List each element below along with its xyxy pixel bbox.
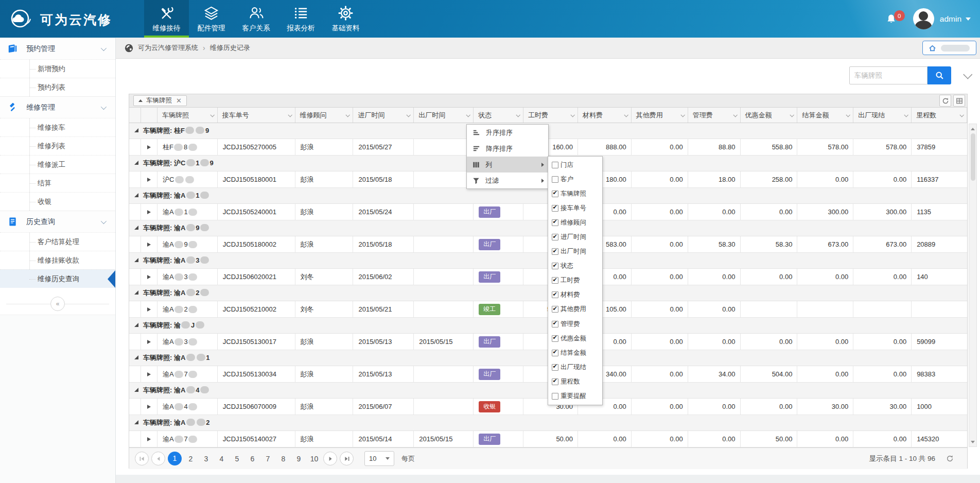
- topnav-item-repair-reception[interactable]: 维修接待: [144, 0, 189, 38]
- avatar[interactable]: [913, 8, 934, 29]
- scrollbar-thumb[interactable]: [971, 133, 975, 181]
- column-toggle-advisor[interactable]: 维修顾问: [548, 215, 602, 230]
- expand-row-icon[interactable]: [147, 243, 151, 247]
- topnav-item-customer-relations[interactable]: 客户关系: [234, 0, 278, 38]
- sidebar-section-repair-mgmt[interactable]: 维修管理: [0, 96, 115, 118]
- column-toggle-mileage[interactable]: 里程数: [548, 374, 602, 389]
- header-menu-chevron-icon[interactable]: [733, 113, 737, 117]
- header-menu-chevron-icon[interactable]: [346, 113, 350, 117]
- checkbox-checked-icon[interactable]: [552, 234, 558, 240]
- column-toggle-store[interactable]: 门店: [548, 158, 602, 172]
- column-toggle-mgmt-fee[interactable]: 管理费: [548, 317, 602, 331]
- page-next-button[interactable]: [323, 452, 337, 465]
- checkbox-unchecked-icon[interactable]: [552, 176, 558, 183]
- checkbox-checked-icon[interactable]: [552, 291, 558, 298]
- checkbox-checked-icon[interactable]: [552, 321, 558, 327]
- search-button[interactable]: [927, 66, 951, 84]
- checkbox-checked-icon[interactable]: [552, 306, 558, 313]
- sidebar-item-repair-history-query[interactable]: 维修历史查询: [0, 269, 115, 288]
- group-collapse-icon[interactable]: [134, 388, 138, 392]
- column-toggle-cash-on-exit[interactable]: 出厂现结: [548, 360, 602, 374]
- group-collapse-icon[interactable]: [134, 258, 138, 262]
- checkbox-checked-icon[interactable]: [552, 191, 558, 197]
- page-prev-button[interactable]: [151, 452, 165, 465]
- refresh-button[interactable]: [939, 95, 951, 107]
- scroll-up-icon[interactable]: [969, 125, 976, 132]
- header-menu-chevron-icon[interactable]: [846, 113, 850, 117]
- group-collapse-icon[interactable]: [134, 323, 138, 327]
- export-button[interactable]: [953, 95, 965, 107]
- group-row[interactable]: 车辆牌照: 渝A2: [129, 415, 967, 431]
- context-menu-item-sort-desc[interactable]: 降序排序: [467, 141, 548, 157]
- username[interactable]: admin: [940, 14, 961, 24]
- column-toggle-discount[interactable]: 优惠金额: [548, 331, 602, 346]
- sidebar-item-cashier[interactable]: 收银: [0, 192, 115, 211]
- sidebar-item-repair-dispatch[interactable]: 维修派工: [0, 155, 115, 174]
- header-menu-chevron-icon[interactable]: [466, 113, 470, 117]
- sidebar-item-repair-credit-collection[interactable]: 维修挂账收款: [0, 251, 115, 269]
- page-number-5[interactable]: 5: [231, 455, 243, 463]
- checkbox-checked-icon[interactable]: [552, 335, 558, 342]
- page-number-3[interactable]: 3: [200, 455, 213, 463]
- search-panel-chevron-icon[interactable]: [963, 70, 972, 79]
- sidebar-item-new-appointment[interactable]: 新增预约: [0, 59, 115, 78]
- expand-row-icon[interactable]: [147, 437, 151, 441]
- checkbox-checked-icon[interactable]: [552, 205, 558, 212]
- page-first-button[interactable]: [135, 452, 149, 465]
- expand-row-icon[interactable]: [147, 275, 151, 279]
- page-number-8[interactable]: 8: [277, 455, 290, 463]
- header-menu-chevron-icon[interactable]: [904, 113, 908, 117]
- checkbox-unchecked-icon[interactable]: [552, 162, 558, 168]
- column-toggle-order-no[interactable]: 接车单号: [548, 201, 602, 215]
- vertical-scrollbar[interactable]: [969, 124, 977, 447]
- column-toggle-time-in[interactable]: 进厂时间: [548, 230, 602, 244]
- remove-group-icon[interactable]: ✕: [176, 97, 182, 105]
- search-input[interactable]: [849, 66, 927, 84]
- expand-row-icon[interactable]: [147, 340, 151, 344]
- page-number-7[interactable]: 7: [261, 455, 274, 463]
- sidebar-item-repair-intake[interactable]: 维修接车: [0, 118, 115, 136]
- context-menu-item-filter[interactable]: 过滤: [467, 173, 548, 188]
- sidebar-item-settlement[interactable]: 结算: [0, 174, 115, 192]
- expand-row-icon[interactable]: [147, 307, 151, 312]
- user-menu-chevron-icon[interactable]: [966, 18, 971, 21]
- column-toggle-status[interactable]: 状态: [548, 259, 602, 273]
- header-menu-chevron-icon[interactable]: [680, 113, 685, 117]
- column-toggle-material-fee[interactable]: 材料费: [548, 288, 602, 302]
- page-number-6[interactable]: 6: [246, 455, 259, 463]
- group-collapse-icon[interactable]: [134, 128, 138, 132]
- header-menu-chevron-icon[interactable]: [407, 113, 411, 117]
- header-menu-chevron-icon[interactable]: [570, 113, 574, 117]
- column-toggle-settle-amount[interactable]: 结算金额: [548, 346, 602, 360]
- notification-badge[interactable]: 0: [894, 10, 905, 21]
- page-number-2[interactable]: 2: [184, 455, 197, 463]
- page-size-select[interactable]: 10: [364, 451, 394, 466]
- header-menu-chevron-icon[interactable]: [624, 113, 628, 117]
- topnav-item-parts-mgmt[interactable]: 配件管理: [189, 0, 234, 38]
- expand-row-icon[interactable]: [147, 210, 151, 214]
- breadcrumb-app[interactable]: 可为云汽修管理系统: [138, 43, 198, 53]
- column-toggle-important-reminder[interactable]: 重要提醒: [548, 389, 602, 404]
- column-toggle-plate[interactable]: 车辆牌照: [548, 186, 602, 201]
- page-last-button[interactable]: [340, 452, 354, 465]
- page-number-10[interactable]: 10: [308, 455, 321, 463]
- checkbox-checked-icon[interactable]: [552, 277, 558, 284]
- page-number-4[interactable]: 4: [215, 455, 228, 463]
- column-toggle-customer[interactable]: 客户: [548, 172, 602, 186]
- sidebar-section-history-query[interactable]: 历史查询: [0, 211, 115, 232]
- checkbox-checked-icon[interactable]: [552, 263, 558, 269]
- sidebar-item-appointment-list[interactable]: 预约列表: [0, 78, 115, 96]
- page-number-1[interactable]: 1: [168, 452, 182, 465]
- group-collapse-icon[interactable]: [134, 193, 138, 197]
- expand-row-icon[interactable]: [147, 372, 151, 376]
- sidebar-collapse-button[interactable]: «: [50, 297, 65, 311]
- sidebar-item-customer-settlement[interactable]: 客户结算处理: [0, 232, 115, 251]
- group-tag-plate[interactable]: 车辆牌照 ✕: [133, 95, 187, 106]
- group-collapse-icon[interactable]: [134, 226, 138, 230]
- checkbox-unchecked-icon[interactable]: [552, 393, 558, 400]
- topnav-item-report-analysis[interactable]: 报表分析: [278, 0, 323, 38]
- expand-row-icon[interactable]: [147, 178, 151, 182]
- column-toggle-labor-fee[interactable]: 工时费: [548, 273, 602, 288]
- group-collapse-icon[interactable]: [134, 290, 138, 295]
- header-menu-chevron-icon[interactable]: [210, 113, 214, 117]
